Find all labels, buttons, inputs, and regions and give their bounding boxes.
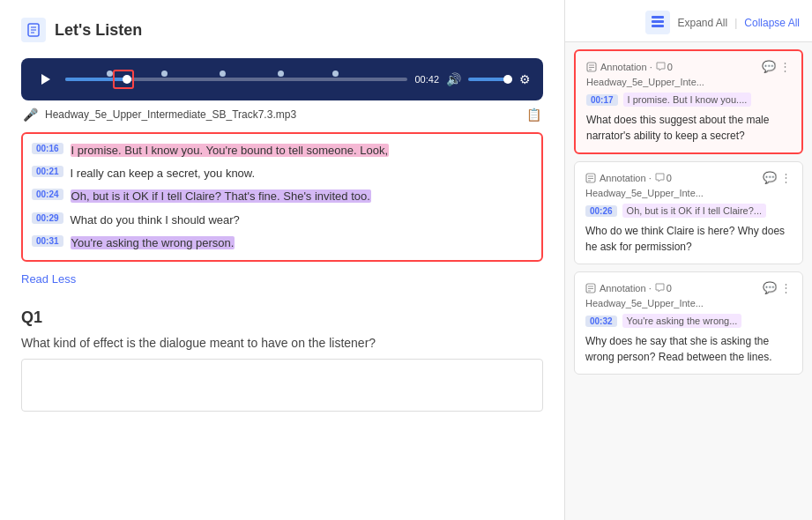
expand-all-text[interactable]: Expand All	[677, 17, 727, 29]
annotation-card-1[interactable]: Annotation · 0 💬 ⋮ Headway_5e_Upper_Inte…	[574, 49, 803, 154]
transcript-line-5: 00:31 You're asking the wrong person.	[32, 232, 533, 255]
annotation-header-3: Annotation · 0 💬 ⋮	[585, 281, 792, 294]
annotation-question-2: Who do we think Claire is here? Why does…	[585, 223, 792, 255]
question-text: What kind of effect is the dialogue mean…	[21, 336, 543, 350]
annotation-label-1: Annotation · 0	[586, 62, 673, 72]
annotation-actions-3: 💬 ⋮	[763, 281, 792, 294]
annotation-time-2: 00:26	[585, 205, 617, 217]
right-panel: Expand All | Collapse All Annotation · 0	[565, 0, 812, 520]
audio-player: 00:42 🔊 ⚙	[21, 58, 543, 100]
annotation-actions-2: 💬 ⋮	[763, 171, 792, 184]
settings-icon[interactable]: ⚙	[519, 72, 531, 86]
time-badge-2: 00:21	[32, 166, 63, 177]
transcript-text-3: Oh, but is it OK if I tell Claire? That'…	[71, 189, 371, 204]
annotation-question-1: What does this suggest about the male na…	[586, 112, 791, 144]
annotation-chat-icon-2[interactable]: 💬	[763, 171, 777, 184]
transcript-line-1: 00:16 I promise. But I know you. You're …	[32, 139, 533, 162]
page-title-text: Let's Listen	[55, 21, 142, 40]
annotation-count-2: 0	[667, 173, 672, 183]
transcript-box: 00:16 I promise. But I know you. You're …	[21, 132, 543, 262]
annotation-file-1: Headway_5e_Upper_Inte...	[586, 77, 791, 87]
annotation-label-2: Annotation · 0	[585, 173, 672, 183]
annotation-time-1: 00:17	[586, 94, 618, 106]
right-panel-header: Expand All | Collapse All	[565, 0, 812, 42]
transcript-text-2: I really can keep a secret, you know.	[71, 166, 256, 182]
progress-container[interactable]	[65, 78, 407, 81]
view-icon-button[interactable]	[645, 11, 670, 34]
transcript-line-3: 00:24 Oh, but is it OK if I tell Claire?…	[32, 185, 533, 208]
left-panel: Let's Listen 00:42	[0, 0, 565, 520]
annotation-count-3: 0	[667, 283, 672, 293]
progress-bar[interactable]	[65, 78, 407, 81]
annotation-timestamp-2: 00:26 Oh, but is it OK if I tell Claire?…	[585, 204, 792, 218]
annotation-timestamp-3: 00:32 You're asking the wrong...	[585, 314, 792, 328]
volume-slider[interactable]	[468, 78, 512, 81]
annotation-more-icon-2[interactable]: ⋮	[780, 171, 792, 184]
annotation-timestamp-1: 00:17 I promise. But I know you....	[586, 93, 791, 107]
answer-input[interactable]	[21, 359, 543, 412]
transcript-line-4: 00:29 What do you think I should wear?	[32, 209, 533, 232]
annotation-label-3: Annotation · 0	[585, 283, 672, 293]
transcript-text-5: You're asking the wrong person.	[71, 235, 235, 251]
annotation-chat-icon-3[interactable]: 💬	[763, 281, 777, 294]
annotation-question-3: Why does he say that she is asking the w…	[585, 333, 792, 365]
transcript-text-4: What do you think I should wear?	[71, 212, 240, 228]
annotation-time-3: 00:32	[585, 316, 617, 327]
annotation-more-icon-1[interactable]: ⋮	[779, 60, 791, 73]
q1-section: Q1 What kind of effect is the dialogue m…	[21, 308, 543, 412]
annotation-card-2[interactable]: Annotation · 0 💬 ⋮ Headway_5e_Upper_Inte…	[574, 161, 803, 264]
annotation-quote-3: You're asking the wrong...	[622, 314, 742, 328]
annotation-card-3[interactable]: Annotation · 0 💬 ⋮ Headway_5e_Upper_Inte…	[574, 271, 803, 375]
question-label: Q1	[21, 308, 543, 327]
play-button[interactable]	[34, 67, 58, 92]
annotation-count-1: 0	[667, 62, 673, 72]
annotation-chat-icon-1[interactable]: 💬	[762, 60, 776, 73]
collapse-all-link[interactable]: Collapse All	[744, 17, 800, 29]
filename-text: Headway_5e_Upper_Intermediate_SB_Track7.…	[45, 108, 519, 121]
time-badge-5: 00:31	[32, 235, 63, 247]
page-title-row: Let's Listen	[21, 18, 543, 42]
read-less-button[interactable]: Read Less	[21, 267, 76, 291]
annotation-header-1: Annotation · 0 💬 ⋮	[586, 60, 791, 73]
transcript-text-1: I promise. But I know you. You're bound …	[71, 143, 389, 159]
annotation-actions-1: 💬 ⋮	[762, 60, 791, 73]
annotation-file-3: Headway_5e_Upper_Inte...	[585, 298, 792, 308]
annotation-header-2: Annotation · 0 💬 ⋮	[585, 171, 792, 184]
annotation-more-icon-3[interactable]: ⋮	[780, 281, 792, 294]
title-icon	[21, 18, 46, 42]
annotation-quote-1: I promise. But I know you....	[623, 93, 752, 107]
copy-icon[interactable]: 📋	[526, 108, 541, 122]
time-badge-1: 00:16	[32, 143, 63, 154]
time-badge-4: 00:29	[32, 212, 63, 224]
svg-rect-7	[652, 25, 664, 27]
mic-icon: 🎤	[23, 108, 38, 122]
annotation-quote-2: Oh, but is it OK if I tell Claire?...	[622, 204, 766, 218]
transcript-line-2: 00:21 I really can keep a secret, you kn…	[32, 162, 533, 185]
filename-row: 🎤 Headway_5e_Upper_Intermediate_SB_Track…	[21, 108, 543, 122]
time-badge-3: 00:24	[32, 189, 63, 200]
svg-marker-4	[41, 74, 50, 85]
volume-icon[interactable]: 🔊	[446, 72, 461, 86]
transcript-scroll[interactable]: 00:16 I promise. But I know you. You're …	[32, 139, 533, 255]
svg-rect-6	[652, 20, 664, 23]
annotation-file-2: Headway_5e_Upper_Inte...	[585, 188, 792, 198]
svg-rect-5	[652, 16, 664, 19]
time-display: 00:42	[414, 74, 439, 85]
